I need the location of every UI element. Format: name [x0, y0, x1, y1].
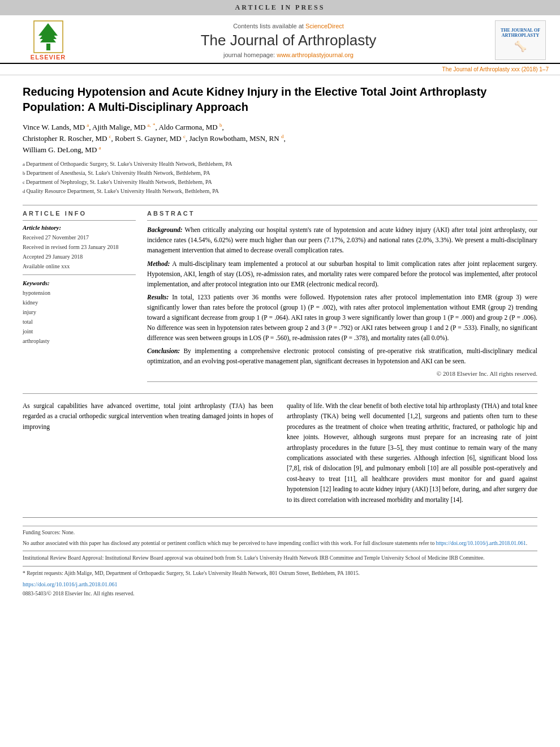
- affiliation-c: c Department of Nephrology, St. Luke's U…: [23, 178, 537, 187]
- background-label: Background:: [147, 226, 183, 233]
- svg-rect-1: [46, 44, 50, 50]
- journal-title: The Journal of Arthroplasty: [96, 32, 481, 49]
- article-dates: Received 27 November 2017 Received in re…: [23, 233, 136, 271]
- affiliation-d: d Quality Resource Department, St. Luke'…: [23, 187, 537, 196]
- article-in-press-banner: ARTICLE IN PRESS: [0, 0, 560, 15]
- journal-logo-box: THE JOURNAL OF ARTHROPLASTY 🦴: [495, 20, 546, 60]
- history-label: Article history:: [23, 224, 136, 231]
- footnote-area: Funding Sources: None. No author associa…: [23, 517, 537, 598]
- body-left-col: As surgical capabilities have advanced o…: [23, 401, 273, 508]
- background-text: When critically analyzing our hospital s…: [147, 226, 537, 254]
- keywords-section: Keywords: hypotension kidney injury tota…: [23, 280, 136, 346]
- body-right-text: quality of life. With the clear benefit …: [287, 401, 537, 505]
- affiliation-a: a Department of Orthopaedic Surgery, St.…: [23, 160, 537, 169]
- conclusion-label: Conclusion:: [147, 347, 180, 354]
- citation-text: The Journal of Arthroplasty xxx (2018) 1…: [442, 66, 549, 72]
- doi-line: https://doi.org/10.1016/j.arth.2018.01.0…: [23, 580, 537, 589]
- sciencedirect-link[interactable]: ScienceDirect: [305, 23, 344, 29]
- article-info-header: ARTICLE INFO: [23, 210, 136, 217]
- irb-note: Institutional Review Board Approval: Ins…: [23, 551, 537, 563]
- journal-header-right: THE JOURNAL OF ARTHROPLASTY 🦴: [492, 20, 549, 60]
- body-right-col: quality of life. With the clear benefit …: [287, 401, 537, 508]
- authors: Vince W. Lands, MD a, Ajith Malige, MD a…: [23, 122, 537, 155]
- contents-line: Contents lists available at ScienceDirec…: [96, 23, 481, 29]
- body-left-text: As surgical capabilities have advanced o…: [23, 401, 273, 432]
- body-section: As surgical capabilities have advanced o…: [23, 393, 537, 508]
- banner-text: ARTICLE IN PRESS: [235, 3, 325, 11]
- abstract-background: Background: When critically analyzing ou…: [147, 225, 537, 255]
- elsevier-tree-icon: [33, 20, 64, 54]
- funding-note: Funding Sources: None.: [23, 529, 537, 537]
- abstract-box: Background: When critically analyzing ou…: [147, 220, 537, 382]
- abstract-header: ABSTRACT: [147, 210, 537, 217]
- method-label: Method:: [147, 260, 170, 267]
- received-date: Received 27 November 2017: [23, 233, 136, 242]
- journal-header-center: Contents lists available at ScienceDirec…: [85, 23, 492, 58]
- info-abstract-section: ARTICLE INFO Article history: Received 2…: [23, 210, 537, 382]
- citation-line: The Journal of Arthroplasty xxx (2018) 1…: [0, 64, 560, 75]
- main-content: Reducing Hypotension and Acute Kidney In…: [0, 75, 560, 609]
- doi-link[interactable]: https://doi.org/10.1016/j.arth.2018.01.0…: [23, 581, 118, 587]
- keywords-header: Keywords:: [23, 280, 136, 286]
- results-label: Results:: [147, 294, 169, 300]
- results-text: In total, 1233 patients over 36 months w…: [147, 294, 537, 341]
- disclosure-note: No author associated with this paper has…: [23, 539, 537, 548]
- homepage-link[interactable]: www.arthroplastyjournal.org: [277, 51, 354, 58]
- journal-header-left: ELSEVIER: [11, 20, 85, 61]
- available-online: Available online xxx: [23, 261, 136, 271]
- reprint-note: * Reprint requests: Ajith Malige, MD, De…: [23, 566, 537, 578]
- abstract-results: Results: In total, 1233 patients over 36…: [147, 293, 537, 343]
- article-info-box: Article history: Received 27 November 20…: [23, 220, 136, 275]
- affiliation-b: b Department of Anesthesia, St. Luke's U…: [23, 169, 537, 178]
- copyright-line: © 2018 Elsevier Inc. All rights reserved…: [147, 370, 537, 377]
- body-two-col: As surgical capabilities have advanced o…: [23, 401, 537, 508]
- abstract-method: Method: A multi-disciplinary team implem…: [147, 259, 537, 289]
- elsevier-logo: ELSEVIER: [31, 20, 66, 61]
- abstract-conclusion: Conclusion: By implementing a comprehens…: [147, 346, 537, 367]
- article-info-col: ARTICLE INFO Article history: Received 2…: [23, 210, 136, 382]
- article-title: Reducing Hypotension and Acute Kidney In…: [23, 84, 537, 115]
- method-text: A multi-disciplinary team implemented a …: [147, 260, 537, 287]
- accepted-date: Accepted 29 January 2018: [23, 252, 136, 261]
- elsevier-text: ELSEVIER: [31, 54, 66, 61]
- issn-line: 0883-5403/© 2018 Elsevier Inc. All right…: [23, 590, 537, 598]
- disclosure-link[interactable]: https://doi.org/10.1016/j.arth.2018.01.0…: [436, 540, 526, 546]
- affiliations: a Department of Orthopaedic Surgery, St.…: [23, 160, 537, 196]
- journal-homepage: journal homepage: www.arthroplastyjourna…: [96, 51, 481, 58]
- received-revised-date: Received in revised form 23 January 2018: [23, 242, 136, 252]
- conclusion-text: By implementing a comprehensive electron…: [147, 347, 537, 364]
- abstract-col: ABSTRACT Background: When critically ana…: [147, 210, 537, 382]
- keywords-list: hypotension kidney injury total joint ar…: [23, 288, 136, 346]
- journal-header: ELSEVIER Contents lists available at Sci…: [0, 15, 560, 64]
